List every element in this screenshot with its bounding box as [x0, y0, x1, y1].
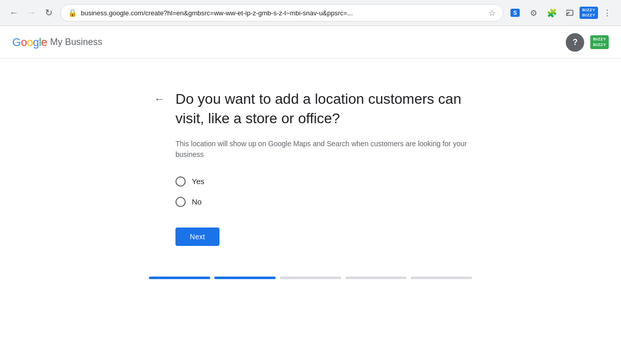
- menu-button[interactable]: ⋮: [600, 5, 615, 20]
- progress-segment-5: [411, 277, 472, 279]
- progress-segment-1: [149, 277, 210, 279]
- url-text: business.google.com/create?hl=en&gmbsrc=…: [81, 9, 484, 17]
- radio-yes-label: Yes: [192, 177, 204, 186]
- browser-toolbar: ← → ↻ 🔒 business.google.com/create?hl=en…: [0, 0, 621, 26]
- reload-button[interactable]: ↻: [41, 5, 56, 20]
- forward-button[interactable]: →: [24, 5, 39, 20]
- question-section: Do you want to add a location customers …: [175, 89, 469, 246]
- logo-area: Google My Business: [12, 36, 102, 49]
- user-profile-badge[interactable]: BIZZYBIZZY: [590, 35, 609, 49]
- cast-icon-btn[interactable]: [563, 5, 578, 20]
- radio-no-label: No: [192, 197, 202, 206]
- puzzle-icon-btn[interactable]: 🧩: [544, 5, 560, 20]
- bookmark-icon: ☆: [489, 8, 496, 18]
- radio-yes-circle: [175, 176, 186, 187]
- progress-section: [0, 266, 621, 289]
- radio-no-circle: [175, 197, 186, 207]
- gear-icon-btn[interactable]: ⚙: [526, 5, 541, 20]
- toolbar-icons: S ⚙ 🧩 BIZZYBIZZY ⋮: [507, 5, 615, 20]
- profile-btn[interactable]: BIZZYBIZZY: [581, 5, 596, 20]
- lock-icon: 🔒: [68, 9, 77, 17]
- svg-point-1: [566, 15, 567, 16]
- form-container: ← Do you want to add a location customer…: [152, 89, 469, 246]
- my-business-label: My Business: [50, 37, 102, 48]
- progress-segment-4: [345, 277, 407, 279]
- top-bar: Google My Business ? BIZZYBIZZY: [0, 26, 621, 59]
- radio-yes[interactable]: Yes: [175, 176, 469, 187]
- progress-bar-row: [149, 277, 472, 279]
- back-button[interactable]: ←: [6, 5, 21, 20]
- back-section: ← Do you want to add a location customer…: [152, 89, 469, 246]
- google-logo: Google: [12, 36, 47, 49]
- question-title: Do you want to add a location customers …: [175, 89, 469, 128]
- progress-segment-3: [280, 277, 341, 279]
- address-bar[interactable]: 🔒 business.google.com/create?hl=en&gmbsr…: [60, 4, 503, 21]
- help-button[interactable]: ?: [566, 33, 584, 52]
- main-content: ← Do you want to add a location customer…: [0, 59, 621, 266]
- nav-buttons: ← → ↻: [6, 5, 56, 20]
- radio-no[interactable]: No: [175, 197, 469, 207]
- browser-chrome: ← → ↻ 🔒 business.google.com/create?hl=en…: [0, 0, 621, 26]
- profile-badge: BIZZYBIZZY: [580, 7, 598, 18]
- question-mark-icon: ?: [573, 38, 578, 47]
- page: Google My Business ? BIZZYBIZZY ← Do you…: [0, 26, 621, 364]
- question-subtitle: This location will show up on Google Map…: [175, 139, 469, 160]
- progress-segment-2: [214, 277, 276, 279]
- back-arrow-button[interactable]: ←: [152, 90, 167, 108]
- s-extension-btn[interactable]: S: [507, 5, 523, 20]
- next-button[interactable]: Next: [175, 228, 219, 246]
- radio-group: Yes No: [175, 176, 469, 207]
